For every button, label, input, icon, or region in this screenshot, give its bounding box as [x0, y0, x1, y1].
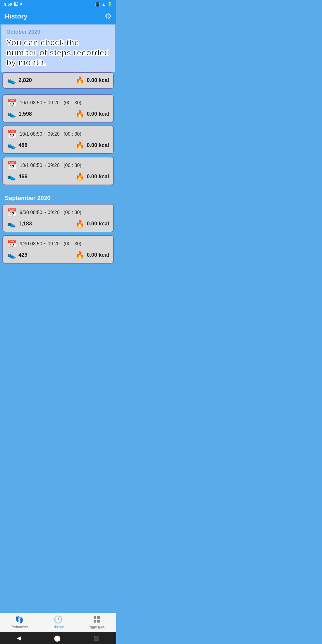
calendar-icon: 📅	[7, 130, 17, 139]
sep-section-cards: 📅 9/30 08:50 ~ 09:20 (00 : 30) 👟 1,183 🔥…	[0, 204, 116, 269]
status-time: 8:56	[4, 2, 12, 7]
status-bar: 8:56 🖼 P 📳 ▲ 🔋	[0, 0, 116, 9]
tooltip-text: You can check the number of steps record…	[6, 38, 110, 68]
wifi-icon: ▲	[102, 2, 106, 7]
footprint-icon: 👟	[7, 173, 16, 181]
app-bar: History ⚙	[0, 9, 116, 24]
sep-card-1[interactable]: 📅 9/30 08:50 ~ 09:20 (00 : 30) 👟 429 🔥 0…	[2, 235, 114, 264]
settings-button[interactable]: ⚙	[105, 12, 112, 21]
battery-icon: 🔋	[107, 2, 112, 7]
partial-kcal-group: 🔥 0.00 kcal	[75, 76, 109, 85]
partial-steps-group: 👟 2,820	[7, 76, 32, 85]
calendar-icon: 📅	[7, 208, 17, 217]
oct-section-cards: 📅 10/1 08:50 ~ 09:20 (00 : 30) 👟 1,598 🔥…	[0, 94, 116, 191]
sep-month-label: September 2020	[5, 195, 50, 201]
oct-card-1[interactable]: 📅 10/1 08:50 ~ 09:20 (00 : 30) 👟 488 🔥 0…	[2, 126, 114, 154]
oct-section-partial: 👟 2,820 🔥 0.00 kcal	[0, 72, 116, 94]
calendar-icon: 📅	[7, 98, 17, 108]
sep-month-header: September 2020	[0, 191, 116, 204]
partial-kcal: 0.00 kcal	[87, 77, 109, 83]
tooltip-overlay: October 2020 You can check the number of…	[1, 24, 115, 72]
partial-steps: 2,820	[18, 77, 32, 83]
status-left: 8:56 🖼 P	[4, 2, 22, 7]
sep-card-0[interactable]: 📅 9/30 08:50 ~ 09:20 (00 : 30) 👟 1,183 🔥…	[2, 204, 114, 232]
oct-card-0[interactable]: 📅 10/1 08:50 ~ 09:20 (00 : 30) 👟 1,598 🔥…	[2, 94, 114, 123]
fire-icon: 🔥	[75, 251, 84, 259]
partial-activity-card[interactable]: 👟 2,820 🔥 0.00 kcal	[2, 72, 114, 89]
fire-icon-partial: 🔥	[75, 76, 84, 85]
calendar-icon: 📅	[7, 239, 17, 249]
footprint-icon: 👟	[7, 220, 16, 228]
fire-icon: 🔥	[75, 141, 84, 150]
vibrate-icon: 📳	[95, 2, 100, 7]
oct-header-behind: October 2020	[6, 29, 110, 35]
footprint-icon: 👟	[7, 141, 16, 150]
status-right: 📳 ▲ 🔋	[95, 2, 112, 7]
fire-icon: 🔥	[75, 173, 84, 181]
calendar-icon: 📅	[7, 161, 17, 170]
fire-icon: 🔥	[75, 220, 84, 228]
status-photo-icon: 🖼	[14, 2, 18, 7]
app-title: History	[5, 13, 27, 20]
steps-icon-partial: 👟	[7, 76, 16, 85]
status-parking-icon: P	[19, 2, 22, 7]
footprint-icon: 👟	[7, 110, 16, 118]
fire-icon: 🔥	[75, 110, 84, 118]
oct-card-2[interactable]: 📅 10/1 08:50 ~ 09:20 (00 : 30) 👟 466 🔥 0…	[2, 157, 114, 185]
footprint-icon: 👟	[7, 251, 16, 259]
